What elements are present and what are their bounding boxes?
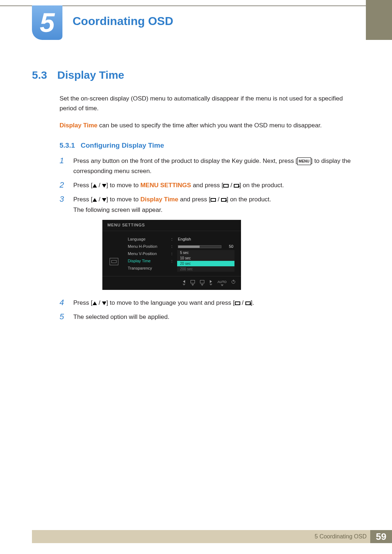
corner-accent — [366, 0, 392, 40]
step-note: The following screen will appear. — [73, 205, 271, 216]
step-text: Press [ / ] to move to MENU SETTINGS and… — [73, 180, 284, 191]
osd-label: Menu V-Position — [128, 251, 168, 256]
select-icon — [223, 184, 229, 188]
enter-icon — [221, 198, 226, 202]
step-target: MENU SETTINGS — [140, 182, 191, 189]
step-3: 3 Press [ / ] to move to Display Time an… — [60, 194, 360, 216]
intro-paragraph-1: Set the on-screen display (OSD) menu to … — [60, 94, 360, 113]
subsection-title: Configuring Display Time — [81, 141, 164, 149]
osd-nav-down-icon — [191, 280, 195, 286]
step-2: 2 Press [ / ] to move to MENU SETTINGS a… — [60, 180, 360, 191]
osd-panel: MENU SETTINGS Language : English Menu H-… — [102, 220, 241, 290]
down-icon — [102, 184, 106, 188]
section-title: Display Time — [57, 69, 124, 81]
step-5: 5 The selected option will be applied. — [60, 312, 360, 323]
subsection-heading: 5.3.1 Configuring Display Time — [60, 141, 360, 149]
intro-paragraph-2: Display Time can be used to specify the … — [60, 120, 360, 130]
up-icon — [93, 198, 97, 202]
up-icon — [93, 301, 97, 305]
footer-text: 5 Coordinating OSD — [315, 533, 370, 540]
page-content: 5.3 Display Time Set the on-screen displ… — [32, 69, 360, 326]
dropdown-list: 5 sec 10 sec 20 sec 200 sec — [177, 250, 234, 272]
down-icon — [102, 301, 106, 305]
step-list: 1 Press any button on the front of the p… — [60, 156, 360, 323]
enter-icon — [245, 301, 251, 305]
osd-value: English — [178, 237, 235, 241]
up-icon — [93, 184, 97, 188]
osd-screenshot: MENU SETTINGS Language : English Menu H-… — [102, 220, 360, 290]
osd-title: MENU SETTINGS — [102, 220, 241, 231]
osd-row-displaytime: Display Time : 5 sec 10 sec 20 sec 200 s… — [128, 257, 235, 264]
step-4: 4 Press [ / ] to move to the language yo… — [60, 298, 360, 308]
intro-keyword: Display Time — [60, 122, 98, 129]
osd-label: Language — [128, 237, 168, 241]
section-number: 5.3 — [32, 69, 47, 81]
dropdown-option-selected: 20 sec — [177, 261, 234, 266]
osd-enter-icon — [209, 280, 212, 286]
step-number: 4 — [60, 298, 67, 308]
subsection-number: 5.3.1 — [60, 141, 75, 149]
dropdown-option: 10 sec — [177, 255, 234, 261]
osd-label: Transparency — [128, 266, 168, 270]
osd-row-hposition: Menu H-Position : 50 — [128, 243, 235, 250]
osd-dropdown: 5 sec 10 sec 20 sec 200 sec — [178, 250, 235, 272]
osd-label: Menu H-Position — [128, 244, 168, 249]
step-target: Display Time — [140, 196, 179, 203]
step-number: 5 — [60, 312, 67, 323]
step-text: Press any button on the front of the pro… — [73, 156, 360, 177]
menu-button-icon: MENU — [297, 157, 311, 165]
osd-nav-left-icon — [183, 280, 185, 286]
down-icon — [102, 198, 106, 202]
osd-body: Language : English Menu H-Position : 50 … — [102, 231, 241, 276]
chapter-title: Coordinating OSD — [73, 15, 173, 28]
osd-auto-label: AUTO — [217, 280, 226, 286]
step-number: 3 — [60, 194, 67, 216]
osd-power-icon — [232, 280, 235, 286]
osd-footer: AUTO — [102, 276, 241, 290]
section-heading: 5.3 Display Time — [32, 69, 360, 81]
osd-row-language: Language : English — [128, 235, 235, 243]
step-number: 2 — [60, 180, 67, 191]
footer-bar: 5 Coordinating OSD 59 — [32, 530, 392, 543]
step-1: 1 Press any button on the front of the p… — [60, 156, 360, 177]
dropdown-option: 5 sec — [177, 250, 234, 255]
osd-slider: 50 — [178, 244, 235, 249]
step-text: The selected option will be applied. — [73, 312, 170, 323]
osd-nav-up-icon — [200, 280, 204, 286]
intro-rest: can be used to specify the time after wh… — [98, 122, 322, 129]
enter-icon — [234, 184, 239, 188]
step-number: 1 — [60, 156, 67, 177]
step-text: Press [ / ] to move to Display Time and … — [73, 194, 271, 216]
osd-label-active: Display Time — [128, 259, 168, 263]
dropdown-option: 200 sec — [177, 266, 234, 272]
chapter-number-tab: 5 — [32, 5, 62, 40]
select-icon — [211, 198, 216, 202]
chapter-number: 5 — [40, 9, 54, 36]
step-text: Press [ / ] to move to the language you … — [73, 298, 254, 308]
select-icon — [235, 301, 240, 305]
osd-category-icon — [110, 258, 118, 265]
page-number: 59 — [370, 530, 392, 543]
